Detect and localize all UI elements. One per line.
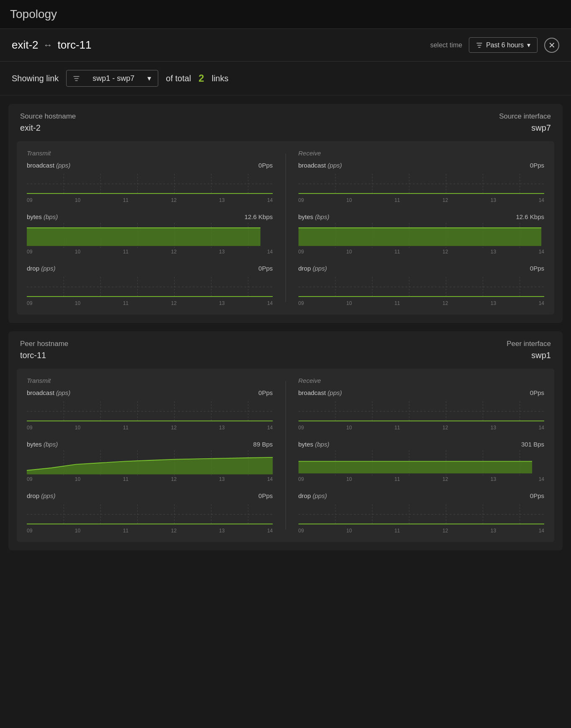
source-hostname-label: Source hostname — [20, 112, 76, 121]
peer-tx-drop-xaxis: 091011121314 — [27, 528, 273, 534]
showing-link-bar: Showing link swp1 - swp7 ▾ of total 2 li… — [0, 62, 571, 96]
total-prefix: of total — [166, 74, 191, 83]
peer-tx-broadcast-xaxis: 091011121314 — [27, 425, 273, 431]
source-rx-bytes-xaxis: 091011121314 — [298, 249, 545, 255]
source-rx-drop-val: 0Pps — [530, 265, 544, 272]
chevron-down-icon: ▾ — [527, 41, 530, 49]
link-selector-dropdown[interactable]: swp1 - swp7 ▾ — [66, 70, 158, 87]
peer-tx-bytes-chart — [27, 450, 273, 475]
source-tx-bytes-val: 12.6 Kbps — [244, 213, 273, 220]
peer-rx-drop-name: drop (pps) — [298, 492, 327, 499]
source-interface-label: Source interface — [499, 112, 551, 121]
source-charts-container: Transmit broadcast (pps) 0Pps — [17, 141, 554, 315]
source-rx-broadcast-name: broadcast (pps) — [298, 162, 342, 169]
source-tx-broadcast-item: broadcast (pps) 0Pps 091011121314 — [27, 162, 273, 203]
link-dropdown-value: swp1 - swp7 — [93, 74, 134, 83]
source-tx-bytes-chart — [27, 223, 273, 248]
link-header: exit-2 ↔ torc-11 select time Past 6 hour… — [0, 29, 571, 62]
source-tx-broadcast-xaxis: 091011121314 — [27, 197, 273, 203]
peer-rx-bytes-chart — [298, 450, 545, 475]
peer-rx-drop-chart — [298, 502, 545, 527]
peer-tx-bytes-item: bytes (bps) 89 Bps 091011121314 — [27, 441, 273, 482]
source-rx-broadcast-xaxis: 091011121314 — [298, 197, 545, 203]
total-suffix: links — [212, 74, 229, 83]
peer-rx-broadcast-item: broadcast (pps) 0Pps 091011121314 — [298, 389, 545, 431]
source-card: Source hostname exit-2 Source interface … — [8, 104, 563, 323]
peer-rx-broadcast-val: 0Pps — [530, 389, 544, 396]
source-tx-drop-val: 0Pps — [258, 265, 273, 272]
peer-rx-broadcast-chart — [298, 399, 545, 424]
filter-small-icon — [73, 75, 80, 82]
peer-tx-broadcast-val: 0Pps — [258, 389, 273, 396]
peer-chart-divider — [286, 381, 286, 529]
time-filter-label: Past 6 hours — [486, 41, 524, 49]
peer-hostname-value: torc-11 — [20, 351, 68, 360]
peer-rx-broadcast-xaxis: 091011121314 — [298, 425, 545, 431]
source-interface-section: Source interface swp7 — [499, 112, 551, 133]
source-receive-label: Receive — [298, 150, 545, 157]
source-tx-drop-chart — [27, 274, 273, 299]
source-tx-broadcast-val: 0Pps — [258, 162, 273, 169]
source-tx-broadcast-chart — [27, 171, 273, 196]
source-tx-bytes-name: bytes (bps) — [27, 213, 58, 220]
filter-icon — [476, 42, 483, 49]
source-tx-drop-name: drop (pps) — [27, 265, 55, 272]
peer-rx-broadcast-name: broadcast (pps) — [298, 389, 342, 396]
source-tx-bytes-item: bytes (bps) 12.6 Kbps 091011121314 — [27, 213, 273, 255]
peer-interface-value: swp1 — [531, 351, 551, 360]
source-rx-bytes-chart — [298, 223, 545, 248]
peer-interface-label: Peer interface — [507, 340, 551, 348]
time-filter-button[interactable]: Past 6 hours ▾ — [469, 37, 538, 53]
peer-tx-broadcast-chart — [27, 399, 273, 424]
source-rx-drop-item: drop (pps) 0Pps 091011121314 — [298, 265, 545, 306]
source-rx-bytes-name: bytes (bps) — [298, 213, 329, 220]
peer-card: Peer hostname torc-11 Peer interface swp… — [8, 331, 563, 550]
bidirectional-arrow-icon: ↔ — [44, 40, 53, 51]
peer-hostname-label: Peer hostname — [20, 340, 68, 348]
peer-tx-broadcast-item: broadcast (pps) 0Pps 091011121314 — [27, 389, 273, 431]
app-title: Topology — [10, 8, 57, 21]
svg-rect-14 — [27, 228, 260, 246]
peer-receive-label: Receive — [298, 377, 545, 384]
top-header: Topology — [0, 0, 571, 29]
peer-receive-group: Receive broadcast (pps) 0Pps — [298, 377, 545, 534]
showing-label: Showing link — [12, 74, 59, 83]
source-chart-divider — [286, 154, 286, 302]
link-title-group: exit-2 ↔ torc-11 — [12, 39, 92, 52]
peer-tx-drop-chart — [27, 502, 273, 527]
peer-tx-bytes-name: bytes (bps) — [27, 441, 58, 448]
peer-interface-section: Peer interface swp1 — [507, 340, 551, 360]
peer-rx-bytes-xaxis: 091011121314 — [298, 476, 545, 482]
peer-charts-container: Transmit broadcast (pps) 0Pps — [17, 369, 554, 542]
source-tx-bytes-xaxis: 091011121314 — [27, 249, 273, 255]
peer-rx-drop-item: drop (pps) 0Pps 091011121314 — [298, 492, 545, 534]
source-hostname-header: exit-2 — [12, 39, 39, 52]
total-count: 2 — [198, 72, 204, 84]
peer-hostname-header: torc-11 — [58, 39, 92, 52]
peer-tx-bytes-xaxis: 091011121314 — [27, 476, 273, 482]
close-button[interactable]: ✕ — [544, 38, 559, 53]
peer-transmit-label: Transmit — [27, 377, 273, 384]
peer-rx-bytes-val: 301 Bps — [521, 441, 544, 448]
source-card-header: Source hostname exit-2 Source interface … — [8, 104, 563, 134]
peer-rx-bytes-item: bytes (bps) 301 Bps 091011121314 — [298, 441, 545, 482]
peer-rx-drop-val: 0Pps — [530, 492, 544, 499]
peer-tx-drop-name: drop (pps) — [27, 492, 55, 499]
source-rx-drop-chart — [298, 274, 545, 299]
peer-transmit-group: Transmit broadcast (pps) 0Pps — [27, 377, 273, 534]
peer-tx-broadcast-name: broadcast (pps) — [27, 389, 70, 396]
source-interface-value: swp7 — [531, 123, 551, 133]
link-controls: select time Past 6 hours ▾ ✕ — [430, 37, 559, 53]
source-receive-group: Receive broadcast (pps) 0Pps — [298, 150, 545, 306]
source-rx-drop-name: drop (pps) — [298, 265, 327, 272]
source-hostname-section: Source hostname exit-2 — [20, 112, 76, 133]
source-tx-broadcast-name: broadcast (pps) — [27, 162, 70, 169]
select-time-label: select time — [430, 41, 462, 49]
source-tx-drop-xaxis: 091011121314 — [27, 300, 273, 306]
peer-rx-bytes-name: bytes (bps) — [298, 441, 329, 448]
peer-rx-drop-xaxis: 091011121314 — [298, 528, 545, 534]
svg-rect-38 — [298, 228, 541, 246]
source-transmit-group: Transmit broadcast (pps) 0Pps — [27, 150, 273, 306]
dropdown-chevron-icon: ▾ — [147, 74, 151, 83]
source-tx-drop-item: drop (pps) 0Pps 091011121314 — [27, 265, 273, 306]
